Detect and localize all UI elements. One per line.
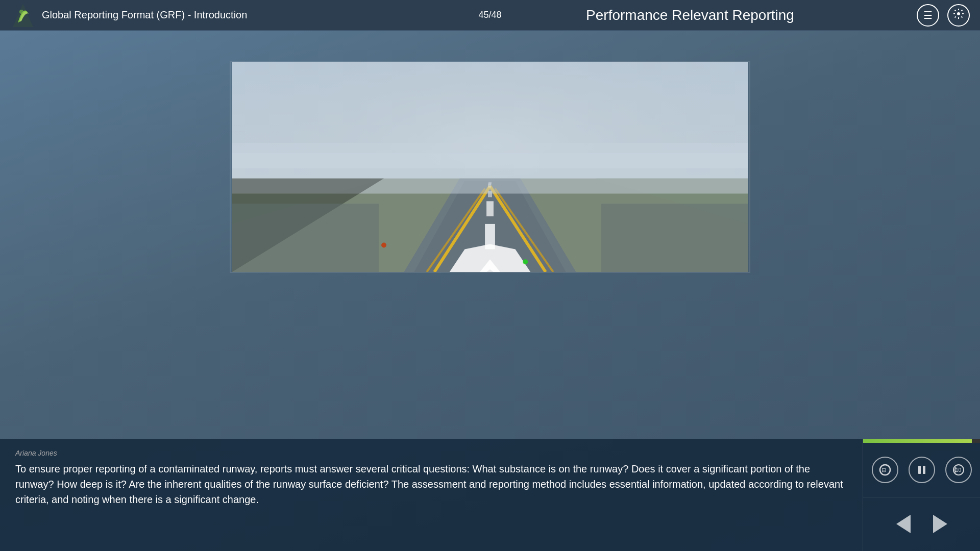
menu-icon: ☰ xyxy=(923,9,933,21)
progress-bar-fill xyxy=(863,439,972,443)
header: Global Reporting Format (GRF) - Introduc… xyxy=(0,0,980,31)
settings-icon xyxy=(953,8,964,22)
svg-point-24 xyxy=(381,243,386,248)
svg-rect-15 xyxy=(485,224,495,249)
svg-rect-32 xyxy=(601,204,748,272)
slide-counter: 45/48 xyxy=(478,10,501,20)
next-button[interactable] xyxy=(927,511,953,537)
logo-area: Global Reporting Format (GRF) - Introduc… xyxy=(10,3,463,28)
main-content: Ariana Jones To ensure proper reporting … xyxy=(0,31,980,551)
controls-area: ⊟ 10 xyxy=(863,439,980,551)
svg-rect-31 xyxy=(232,204,379,272)
svg-text:⊟: ⊟ xyxy=(881,467,886,473)
bottom-panel: Ariana Jones To ensure proper reporting … xyxy=(0,439,980,551)
svg-rect-36 xyxy=(923,466,925,474)
rewind-button[interactable]: 10 xyxy=(945,457,972,483)
svg-marker-39 xyxy=(896,515,911,533)
logo-icon xyxy=(10,3,36,28)
svg-rect-16 xyxy=(486,201,494,216)
speaker-name: Ariana Jones xyxy=(15,449,847,457)
module-title: Performance Relevant Reporting xyxy=(463,7,917,23)
pause-button[interactable] xyxy=(909,457,935,483)
playback-controls: ⊟ 10 xyxy=(863,443,980,497)
replay-button[interactable]: ⊟ xyxy=(872,457,898,483)
svg-rect-29 xyxy=(488,182,492,185)
header-icons: ☰ xyxy=(917,4,970,27)
svg-text:10: 10 xyxy=(955,467,962,473)
narration-text: To ensure proper reporting of a contamin… xyxy=(15,461,847,507)
course-title: Global Reporting Format (GRF) - Introduc… xyxy=(42,9,247,21)
settings-button[interactable] xyxy=(947,4,970,27)
menu-button[interactable]: ☰ xyxy=(917,4,939,27)
svg-rect-28 xyxy=(232,62,748,153)
prev-button[interactable] xyxy=(890,511,917,537)
progress-bar xyxy=(863,439,980,443)
svg-point-2 xyxy=(957,12,960,15)
text-area: Ariana Jones To ensure proper reporting … xyxy=(0,439,863,551)
navigation-controls xyxy=(863,497,980,552)
svg-marker-40 xyxy=(933,515,947,533)
runway-scene xyxy=(231,62,749,272)
runway-container xyxy=(230,61,750,273)
svg-point-1 xyxy=(19,10,23,14)
svg-point-23 xyxy=(523,259,528,264)
svg-rect-35 xyxy=(918,466,921,474)
